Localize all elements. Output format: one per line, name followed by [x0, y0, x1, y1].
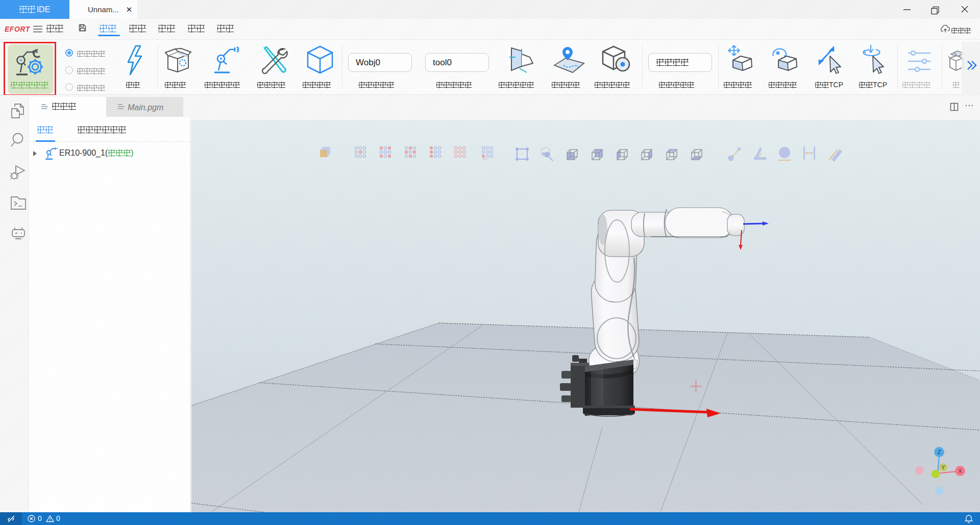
svg-text:Y: Y [941, 464, 945, 470]
svg-text:X: X [958, 468, 962, 474]
svg-text:Z: Z [938, 449, 941, 455]
